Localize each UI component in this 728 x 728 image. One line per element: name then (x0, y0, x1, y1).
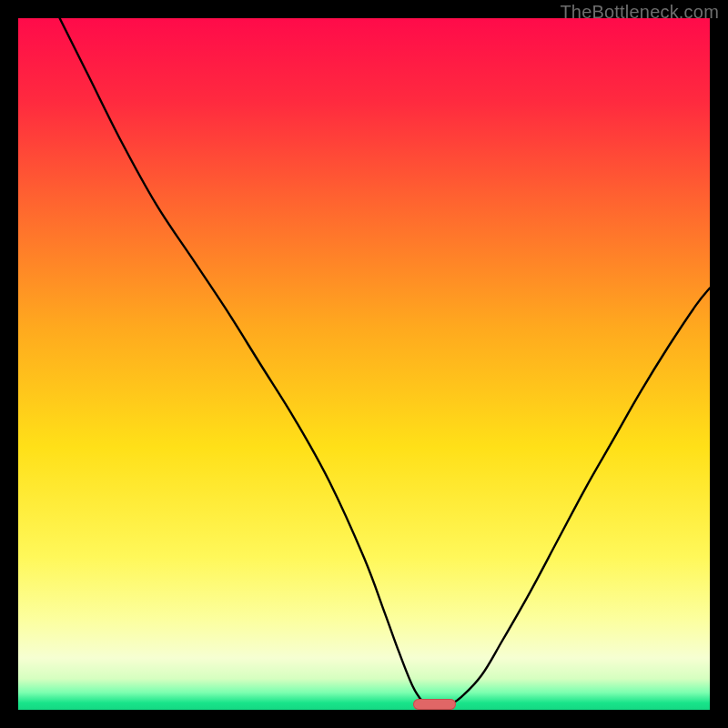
chart-svg (18, 18, 710, 710)
watermark-text: TheBottleneck.com (560, 2, 719, 23)
optimal-range-marker (413, 699, 456, 710)
chart-background-gradient (18, 18, 710, 710)
chart-plot-area (18, 18, 710, 710)
chart-frame: TheBottleneck.com (0, 0, 728, 728)
